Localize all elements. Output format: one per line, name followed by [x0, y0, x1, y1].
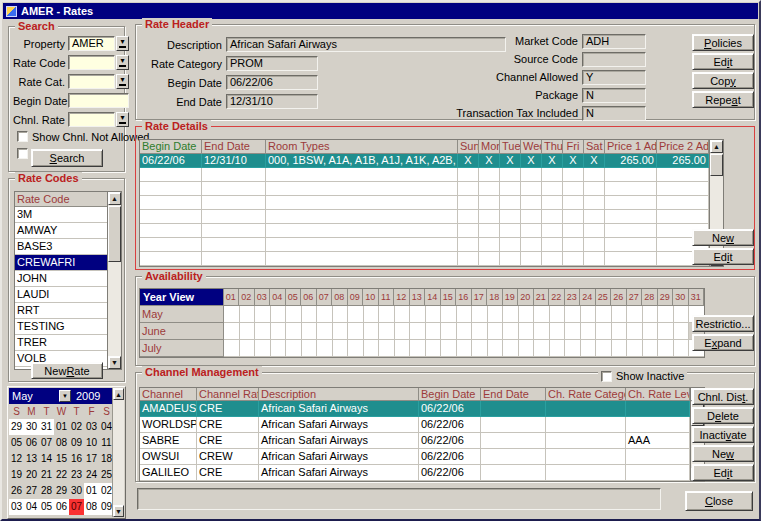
availability-cell[interactable] — [255, 323, 271, 340]
channel-management-inactivate-button[interactable]: Inactivate — [692, 426, 754, 443]
rate-details-edit-button[interactable]: Edit — [692, 248, 754, 265]
availability-cell[interactable] — [534, 323, 550, 340]
availability-cell[interactable] — [271, 306, 287, 323]
calendar-day[interactable]: 27 — [24, 483, 39, 499]
search-rate-cat-input[interactable] — [68, 74, 115, 89]
availability-cell[interactable] — [255, 340, 271, 357]
availability-cell[interactable] — [395, 306, 411, 323]
availability-cell[interactable] — [395, 323, 411, 340]
availability-cell[interactable] — [457, 306, 473, 323]
calendar-day[interactable]: 09 — [69, 435, 84, 451]
rate-codes-scrollbar[interactable]: ▲ ▼ — [107, 192, 121, 369]
table-row[interactable] — [140, 182, 709, 196]
availability-cell[interactable] — [674, 340, 690, 357]
availability-cell[interactable] — [317, 340, 333, 357]
show-chnl-not-allowed-checkbox[interactable] — [17, 131, 28, 142]
table-row[interactable] — [140, 196, 709, 210]
availability-cell[interactable] — [410, 323, 426, 340]
availability-cell[interactable] — [240, 340, 256, 357]
search-chnl-rate-input[interactable] — [68, 112, 115, 127]
calendar-day[interactable]: 14 — [39, 451, 54, 467]
availability-cell[interactable] — [240, 323, 256, 340]
availability-cell[interactable] — [581, 340, 597, 357]
availability-cell[interactable] — [488, 306, 504, 323]
lov-button[interactable] — [116, 36, 129, 51]
list-item[interactable]: TESTING — [15, 319, 107, 335]
calendar-day[interactable]: 31 — [39, 419, 54, 435]
availability-cell[interactable] — [348, 306, 364, 323]
calendar-day[interactable]: 24 — [84, 467, 99, 483]
availability-cell[interactable] — [379, 340, 395, 357]
list-item[interactable]: LAUDI — [15, 287, 107, 303]
list-item[interactable]: AMWAY — [15, 223, 107, 239]
availability-cell[interactable] — [534, 340, 550, 357]
rate-header-repeat-button[interactable]: Repeat — [692, 91, 754, 108]
availability-cell[interactable] — [503, 323, 519, 340]
availability-cell[interactable] — [333, 340, 349, 357]
availability-cell[interactable] — [441, 323, 457, 340]
table-row[interactable]: WORLDSPACREAfrican Safari Airways06/22/0… — [140, 417, 690, 433]
availability-cell[interactable] — [271, 340, 287, 357]
availability-cell[interactable] — [271, 323, 287, 340]
availability-cell[interactable] — [410, 306, 426, 323]
availability-cell[interactable] — [627, 306, 643, 323]
show-inactive-checkbox[interactable] — [601, 371, 612, 382]
availability-cell[interactable] — [333, 323, 349, 340]
availability-cell[interactable] — [333, 306, 349, 323]
availability-cell[interactable] — [348, 340, 364, 357]
list-item[interactable]: BASE3 — [15, 239, 107, 255]
availability-cell[interactable] — [286, 323, 302, 340]
availability-cell[interactable] — [612, 306, 628, 323]
table-row[interactable] — [140, 168, 709, 182]
availability-cell[interactable] — [643, 340, 659, 357]
availability-cell[interactable] — [364, 306, 380, 323]
availability-cell[interactable] — [612, 323, 628, 340]
lov-button[interactable] — [116, 74, 129, 89]
search-property-input[interactable]: AMER — [68, 36, 115, 51]
availability-cell[interactable] — [643, 306, 659, 323]
availability-cell[interactable] — [519, 306, 535, 323]
calendar-day[interactable]: 19 — [9, 467, 24, 483]
availability-cell[interactable] — [472, 323, 488, 340]
calendar-day[interactable]: 17 — [84, 451, 99, 467]
calendar-day[interactable]: 26 — [9, 483, 24, 499]
availability-cell[interactable] — [302, 340, 318, 357]
list-item[interactable]: 3M — [15, 207, 107, 223]
scroll-up-icon[interactable]: ▲ — [710, 140, 723, 153]
calendar-day[interactable]: 03 — [84, 419, 99, 435]
availability-cell[interactable] — [519, 340, 535, 357]
rate-details-new-button[interactable]: New — [692, 229, 754, 246]
availability-cell[interactable] — [658, 323, 674, 340]
calendar-day[interactable]: 15 — [54, 451, 69, 467]
calendar-day[interactable]: 29 — [54, 483, 69, 499]
availability-cell[interactable] — [286, 340, 302, 357]
availability-cell[interactable] — [410, 340, 426, 357]
calendar-day[interactable]: 04 — [24, 499, 39, 515]
availability-cell[interactable] — [348, 323, 364, 340]
availability-cell[interactable] — [596, 340, 612, 357]
calendar-day[interactable]: 13 — [24, 451, 39, 467]
calendar-day[interactable]: 21 — [39, 467, 54, 483]
availability-cell[interactable] — [224, 323, 240, 340]
table-row[interactable] — [140, 238, 709, 252]
availability-cell[interactable] — [565, 323, 581, 340]
availability-cell[interactable] — [364, 323, 380, 340]
table-row[interactable] — [140, 252, 709, 266]
availability-cell[interactable] — [224, 306, 240, 323]
calendar-day[interactable]: 29 — [9, 419, 24, 435]
availability-cell[interactable] — [550, 340, 566, 357]
calendar-month-select[interactable]: May ▼ — [9, 388, 72, 404]
calendar-day[interactable]: 30 — [69, 483, 84, 499]
availability-cell[interactable] — [519, 323, 535, 340]
availability-cell[interactable] — [255, 306, 271, 323]
availability-restrictio-button[interactable]: Restrictio... — [692, 315, 754, 332]
list-item[interactable]: TRER — [15, 335, 107, 351]
availability-cell[interactable] — [472, 340, 488, 357]
availability-cell[interactable] — [596, 306, 612, 323]
calendar-day[interactable]: 20 — [24, 467, 39, 483]
calendar-day[interactable]: 16 — [69, 451, 84, 467]
availability-cell[interactable] — [457, 340, 473, 357]
calendar-day[interactable]: 05 — [39, 499, 54, 515]
availability-cell[interactable] — [395, 340, 411, 357]
calendar-day[interactable]: 06 — [24, 435, 39, 451]
